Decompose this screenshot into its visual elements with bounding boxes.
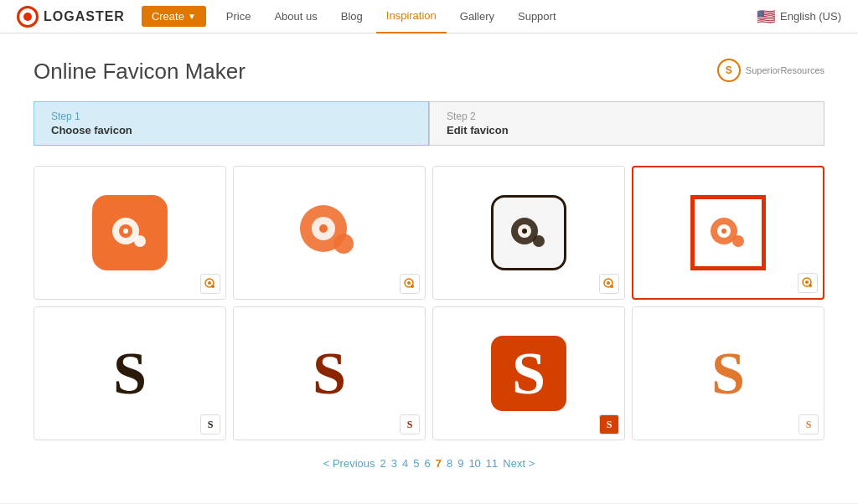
nav-price[interactable]: Price (216, 0, 261, 33)
svg-point-9 (319, 224, 328, 233)
steps-bar: Step 1 Choose favicon Step 2 Edit favico… (34, 101, 824, 146)
outlined-box-icon (690, 195, 766, 270)
svg-point-20 (610, 285, 613, 288)
pagination-prev[interactable]: < Previous (323, 457, 375, 470)
logo-icon (17, 6, 39, 28)
badge-8: S (799, 414, 819, 435)
svg-point-24 (732, 235, 744, 247)
step-2-label: Step 2 (447, 111, 807, 122)
svg-point-5 (208, 281, 211, 285)
nav-inspiration[interactable]: Inspiration (376, 0, 447, 33)
badge-1 (200, 274, 220, 294)
svg-point-23 (721, 229, 726, 234)
pagination-6[interactable]: 6 (424, 457, 430, 470)
badge-3 (599, 274, 619, 294)
nav-support[interactable]: Support (508, 0, 566, 33)
favicon-card-7[interactable]: S S (432, 306, 625, 440)
badge-5: S (200, 414, 220, 435)
step-1[interactable]: Step 1 Choose favicon (34, 101, 429, 146)
svg-point-10 (333, 234, 354, 254)
page-title: Online Favicon Maker (34, 59, 246, 85)
orange-rounded-icon (92, 195, 168, 270)
letter-s-brown: S (313, 339, 346, 409)
pagination-2[interactable]: 2 (380, 457, 386, 470)
svg-point-6 (211, 285, 214, 288)
main-content: Online Favicon Maker S SuperiorResources… (0, 33, 858, 503)
pagination-4[interactable]: 4 (402, 457, 408, 470)
favicon-card-4[interactable] (632, 166, 824, 300)
svg-point-16 (522, 229, 527, 234)
favicon-thumb-5: S (88, 332, 172, 415)
favicon-thumb-7: S (487, 332, 571, 415)
pagination-10[interactable]: 10 (468, 457, 480, 470)
nav-create[interactable]: Create ▼ (142, 6, 206, 27)
badge-2 (400, 274, 420, 294)
favicon-card-1[interactable] (34, 166, 226, 300)
svg-point-2 (123, 229, 128, 234)
dropdown-arrow-icon: ▼ (188, 12, 196, 21)
pagination-11[interactable]: 11 (486, 457, 498, 470)
favicon-thumb-6: S (287, 332, 371, 415)
nav-about[interactable]: About us (264, 0, 327, 33)
logo-text: LOGASTER (44, 9, 125, 24)
svg-point-13 (411, 285, 414, 288)
nav-links: Create ▼ Price About us Blog Inspiration… (142, 0, 757, 33)
favicon-card-2[interactable] (233, 166, 426, 300)
favicon-thumb-1 (88, 191, 172, 275)
partner-name: SuperiorResources (746, 65, 824, 75)
letter-s-white: S (512, 339, 545, 409)
pagination-3[interactable]: 3 (391, 457, 397, 470)
favicon-card-3[interactable] (432, 166, 625, 300)
favicon-card-8[interactable]: S S (632, 306, 824, 440)
page-header: Online Favicon Maker S SuperiorResources (34, 59, 824, 85)
partner-icon: S (717, 59, 741, 82)
partner-logo: S SuperiorResources (717, 59, 824, 82)
step-1-label: Step 1 (51, 111, 411, 122)
pagination-next[interactable]: Next > (503, 457, 535, 470)
favicon-grid: S S S S S S S S (34, 166, 824, 440)
favicon-card-5[interactable]: S S (34, 306, 226, 440)
svg-point-19 (607, 281, 610, 285)
badge-7: S (599, 414, 619, 435)
svg-point-3 (134, 235, 146, 247)
letter-s-dark: S (113, 339, 147, 409)
pagination-5[interactable]: 5 (413, 457, 419, 470)
svg-point-12 (407, 281, 411, 285)
favicon-thumb-4 (686, 191, 770, 275)
favicon-card-6[interactable]: S S (233, 306, 426, 440)
svg-point-17 (533, 235, 545, 247)
step-2[interactable]: Step 2 Edit favicon (429, 101, 824, 146)
favicon-thumb-8: S (686, 332, 770, 415)
badge-4 (798, 273, 818, 293)
svg-point-27 (809, 284, 812, 287)
pagination-8[interactable]: 8 (447, 457, 452, 470)
language-selector[interactable]: 🇺🇸 English (US) (757, 8, 841, 26)
favicon-thumb-2 (287, 191, 371, 275)
pagination-9[interactable]: 9 (457, 457, 463, 470)
nav-gallery[interactable]: Gallery (450, 0, 504, 33)
dark-rounded-container (491, 195, 566, 270)
svg-point-26 (805, 280, 809, 284)
logo[interactable]: LOGASTER (17, 6, 125, 28)
letter-s-orange: S (711, 339, 745, 409)
pagination: < Previous 2 3 4 5 6 7 8 9 10 11 Next > (34, 457, 824, 470)
step-1-title: Choose favicon (51, 124, 411, 136)
step-2-title: Edit favicon (447, 124, 807, 136)
badge-6: S (400, 414, 420, 435)
language-label: English (US) (780, 10, 841, 23)
pagination-7[interactable]: 7 (436, 457, 442, 470)
nav-blog[interactable]: Blog (331, 0, 373, 33)
flag-icon: 🇺🇸 (757, 8, 775, 26)
s-orange-bg-container: S (491, 336, 566, 411)
navbar: LOGASTER Create ▼ Price About us Blog In… (0, 0, 858, 33)
favicon-thumb-3 (487, 191, 571, 275)
